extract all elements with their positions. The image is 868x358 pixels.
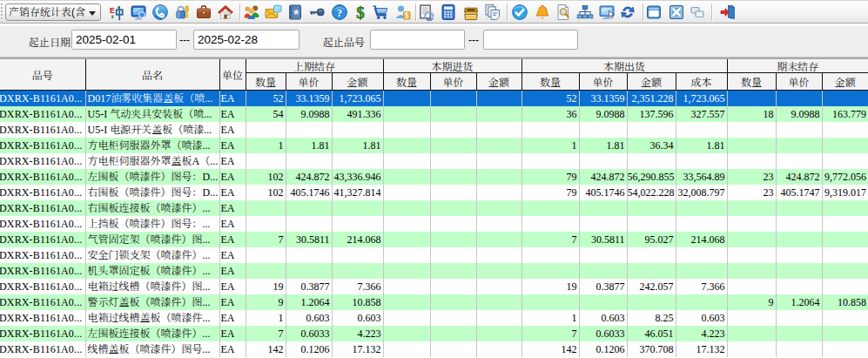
svg-text:$: $ (356, 3, 365, 21)
svg-text:E: E (110, 6, 115, 15)
svg-text:$: $ (405, 11, 409, 20)
svg-text:?: ? (337, 7, 342, 19)
